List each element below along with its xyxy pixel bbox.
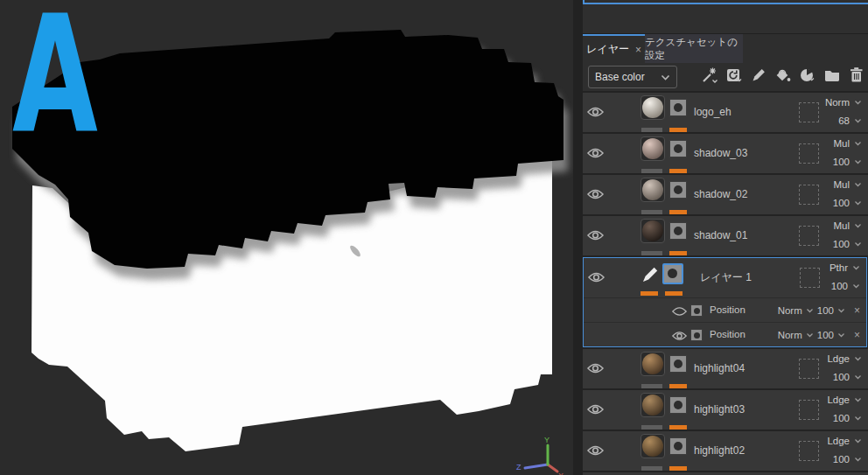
layer-name[interactable]: logo_eh [694,93,732,132]
effect-mask-thumbnail[interactable] [690,329,703,341]
layer-name[interactable]: highlight02 [694,431,745,471]
layer-name[interactable]: レイヤー 1 [700,258,752,297]
effect-visibility-eye-icon[interactable] [672,329,687,339]
blend-mode-select[interactable]: Mul [833,179,862,190]
layer-row-selected[interactable]: レイヤー 1 Pthr 100 [584,258,866,297]
mask-channel-bar [669,425,687,430]
opacity-value: 100 [833,239,850,249]
selected-layer-block[interactable]: レイヤー 1 Pthr 100 Position Norm 100 × Posi… [583,257,867,347]
blend-mode-select[interactable]: Ldge [827,353,862,364]
visibility-eye-icon[interactable] [587,229,604,241]
mask-thumbnail[interactable] [669,99,687,116]
opacity-select[interactable]: 100 [833,239,862,249]
mask-dot [694,308,700,314]
mask-thumbnail[interactable] [669,355,687,373]
bucket-fill-icon[interactable] [774,66,792,84]
opacity-select[interactable]: 100 [833,198,862,208]
effect-opacity-value[interactable]: 100 [817,330,834,340]
layer-name[interactable]: highlight03 [694,390,745,430]
effect-row[interactable]: Position Norm 100 × [584,322,866,346]
material-thumbnail[interactable] [640,95,665,120]
effect-name[interactable]: Position [710,298,746,322]
layer-name[interactable]: shadow_01 [694,216,747,255]
blend-mode-select[interactable]: Pthr [830,262,860,273]
mask-thumbnail[interactable] [669,181,687,199]
layer-name[interactable]: shadow_02 [694,175,747,214]
mask-thumbnail[interactable] [669,222,687,240]
empty-anchor-box [799,185,819,205]
material-sphere [642,138,663,159]
mask-channel-bar [669,169,687,173]
opacity-select[interactable]: 100 [833,157,862,167]
effect-opacity-value[interactable]: 100 [817,305,834,316]
opacity-select[interactable]: 68 [838,115,862,126]
visibility-eye-icon[interactable] [587,188,604,200]
effect-row[interactable]: Position Norm 100 × [584,297,866,322]
material-thumbnail[interactable] [640,219,665,243]
material-thumbnail[interactable] [640,352,665,376]
viewport-3d[interactable]: A Y Z X [0,0,573,475]
material-thumbnail[interactable] [640,393,665,417]
mask-thumbnail-selected[interactable] [662,263,683,284]
opacity-select[interactable]: 100 [833,454,862,465]
opacity-select[interactable]: 100 [833,413,862,423]
opacity-select[interactable]: 100 [831,281,860,291]
group-folder-icon[interactable] [823,66,841,84]
blend-mode-select[interactable]: Ldge [827,436,862,446]
blend-mode-select[interactable]: Norm [825,97,862,108]
chevron-down-icon [854,241,862,247]
remove-effect-icon[interactable]: × [854,329,860,341]
visibility-eye-icon[interactable] [587,147,604,159]
material-thumbnail[interactable] [640,434,665,458]
material-thumbnail[interactable] [640,178,665,202]
y-axis-label: Y [544,436,550,444]
effect-blend-mode-value[interactable]: Norm [778,305,802,316]
effect-visibility-eye-icon[interactable] [672,304,687,315]
layer-name[interactable]: highlight04 [694,349,745,388]
paint-layer-brush-icon[interactable] [640,264,661,285]
blend-mode-select[interactable]: Mul [833,220,862,231]
mask-dot [674,227,682,235]
effect-name[interactable]: Position [710,323,746,346]
visibility-eye-icon[interactable] [587,362,604,374]
visibility-eye-icon[interactable] [587,444,604,457]
material-thumbnail[interactable] [640,136,665,161]
layer-row[interactable]: highlight02 Ldge 100 [583,431,868,471]
tab-texture-set-settings[interactable]: テクスチャセットの設定 [645,34,743,63]
effects-wand-icon[interactable] [701,66,718,84]
paint-layer-icon[interactable] [750,66,767,84]
mask-thumbnail[interactable] [669,437,687,455]
selected-panel-border-corner [583,0,584,4]
opacity-value: 100 [833,198,850,208]
fill-layer-icon[interactable] [725,66,743,84]
panel-splitter[interactable] [573,0,583,475]
delete-layer-icon[interactable] [848,66,865,84]
blend-mode-select[interactable]: Mul [833,138,862,149]
mask-thumbnail[interactable] [669,140,687,157]
material-sphere [642,179,663,200]
smart-material-icon[interactable] [799,66,816,84]
chevron-down-icon [854,182,862,187]
layer-name[interactable]: shadow_03 [694,134,747,173]
visibility-eye-icon[interactable] [587,403,604,416]
layer-row[interactable]: shadow_01 Mul 100 [583,216,868,255]
layer-row[interactable]: highlight03 Ldge 100 [583,390,868,430]
opacity-select[interactable]: 100 [833,372,862,382]
material-channel-bar [641,466,662,471]
tab-close-icon[interactable]: × [635,44,641,56]
remove-effect-icon[interactable]: × [854,304,860,317]
effect-mask-thumbnail[interactable] [690,304,703,317]
chevron-down-icon [854,457,862,462]
visibility-eye-icon[interactable] [588,271,605,283]
channel-select[interactable]: Base color [588,66,677,88]
effect-blend-mode-value[interactable]: Norm [778,330,802,340]
mask-thumbnail[interactable] [669,396,687,414]
blend-mode-select[interactable]: Ldge [827,395,862,405]
layer-row[interactable]: shadow_03 Mul 100 [583,134,868,173]
layer-row[interactable]: highlight04 Ldge 100 [583,349,868,388]
visibility-eye-icon[interactable] [587,106,604,118]
layer-row[interactable]: logo_eh Norm 68 [583,93,868,132]
blend-mode-value: Ldge [827,395,850,405]
tab-layers[interactable]: レイヤー × [583,34,645,63]
layer-row[interactable]: shadow_02 Mul 100 [583,175,868,214]
